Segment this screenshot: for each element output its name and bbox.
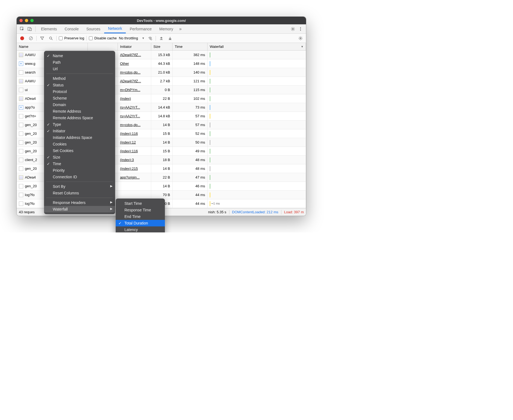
kebab-menu-icon[interactable] bbox=[297, 25, 304, 33]
menu-item[interactable]: Remote Address bbox=[44, 108, 115, 115]
file-type-icon bbox=[19, 70, 23, 75]
more-tabs-icon[interactable]: » bbox=[177, 27, 184, 31]
request-initiator[interactable]: rs=AA2YrT... bbox=[120, 114, 140, 118]
svg-rect-2 bbox=[30, 28, 31, 31]
window-close-button[interactable] bbox=[19, 19, 23, 22]
download-har-icon[interactable] bbox=[167, 35, 173, 42]
request-initiator[interactable]: (index):116 bbox=[120, 149, 138, 153]
menu-item[interactable]: ✓Time bbox=[44, 161, 115, 167]
request-name: ui bbox=[25, 88, 28, 92]
header-context-menu[interactable]: ✓NamePathUrlMethod✓StatusProtocolSchemeD… bbox=[44, 51, 115, 214]
disable-cache-checkbox[interactable]: Disable cache bbox=[89, 36, 117, 40]
file-type-icon: ≡ bbox=[19, 105, 23, 110]
window-maximize-button[interactable] bbox=[30, 19, 34, 22]
menu-item-label: Cookies bbox=[53, 142, 67, 146]
tab-memory[interactable]: Memory bbox=[156, 24, 177, 33]
column-header-name[interactable]: Name bbox=[17, 43, 88, 50]
menu-item[interactable]: Connection ID bbox=[44, 174, 115, 180]
menu-item[interactable]: Start Time bbox=[116, 200, 165, 207]
tab-network[interactable]: Network bbox=[104, 24, 126, 33]
menu-item[interactable]: ✓Initiator bbox=[44, 128, 115, 134]
menu-item[interactable]: Cookies bbox=[44, 141, 115, 147]
record-button[interactable] bbox=[19, 35, 25, 42]
menu-item[interactable]: Initiator Address Space bbox=[44, 134, 115, 141]
column-header-initiator[interactable]: Initiator bbox=[118, 43, 151, 50]
request-size: 0 B bbox=[151, 86, 173, 94]
menu-item-label: Scheme bbox=[53, 96, 67, 100]
request-size: 14 B bbox=[151, 138, 173, 147]
check-icon: ✓ bbox=[47, 155, 50, 159]
waterfall-cell bbox=[208, 103, 306, 112]
column-header-size[interactable]: Size bbox=[151, 43, 173, 50]
inspect-icon[interactable] bbox=[18, 25, 26, 33]
request-initiator[interactable]: m=DhPYm... bbox=[120, 88, 140, 92]
menu-item[interactable]: Domain bbox=[44, 101, 115, 108]
request-initiator[interactable]: app?origin... bbox=[120, 175, 140, 179]
menu-item[interactable]: Scheme bbox=[44, 95, 115, 101]
check-icon: ✓ bbox=[47, 122, 50, 127]
search-icon[interactable] bbox=[48, 35, 54, 42]
preserve-log-checkbox[interactable]: Preserve log bbox=[59, 36, 84, 40]
request-initiator[interactable]: m=cdos,dp... bbox=[120, 70, 141, 74]
menu-item[interactable]: Latency bbox=[116, 226, 165, 232]
request-initiator[interactable]: (index):116 bbox=[120, 132, 138, 136]
settings-gear-icon[interactable] bbox=[289, 25, 297, 33]
menu-item[interactable]: ✓Size bbox=[44, 154, 115, 161]
window-title: DevTools - www.google.com/ bbox=[17, 19, 306, 23]
menu-item[interactable]: Path bbox=[44, 59, 115, 66]
check-icon: ✓ bbox=[47, 129, 50, 133]
request-initiator[interactable]: (index):3 bbox=[120, 158, 134, 162]
tab-performance[interactable]: Performance bbox=[126, 24, 155, 33]
column-header-time[interactable]: Time bbox=[173, 43, 208, 50]
request-time: 49 ms bbox=[173, 147, 208, 155]
request-initiator[interactable]: ADea4I7IfZ... bbox=[120, 53, 141, 57]
request-initiator[interactable]: (index):215 bbox=[120, 167, 138, 171]
menu-item[interactable]: Waterfall▶ bbox=[44, 206, 115, 212]
tab-sources[interactable]: Sources bbox=[83, 24, 104, 33]
column-header-waterfall[interactable]: Waterfall ▼ bbox=[208, 43, 306, 50]
menu-item[interactable]: Method bbox=[44, 75, 115, 82]
upload-har-icon[interactable] bbox=[158, 35, 165, 42]
traffic-lights bbox=[19, 19, 34, 22]
svg-line-8 bbox=[30, 37, 32, 39]
tab-elements[interactable]: Elements bbox=[37, 24, 61, 33]
menu-item[interactable]: Protocol bbox=[44, 88, 115, 95]
network-conditions-icon[interactable] bbox=[147, 35, 153, 42]
request-initiator[interactable]: Other bbox=[120, 62, 129, 66]
clear-icon[interactable] bbox=[28, 35, 34, 42]
request-initiator[interactable]: m=cdos,dp... bbox=[120, 123, 141, 127]
request-initiator[interactable]: ADea4I7IfZ... bbox=[120, 79, 141, 83]
request-initiator[interactable]: (index):12 bbox=[120, 140, 136, 144]
menu-item[interactable]: Reset Columns bbox=[44, 190, 115, 196]
menu-item[interactable]: Url bbox=[44, 66, 115, 72]
menu-item[interactable]: Sort By▶ bbox=[44, 183, 115, 190]
throttling-dropdown[interactable]: No throttling ▼ bbox=[119, 36, 145, 40]
menu-item[interactable]: Remote Address Space bbox=[44, 115, 115, 121]
request-name: AAWU bbox=[25, 53, 36, 57]
menu-item[interactable]: ✓Total Duration bbox=[116, 220, 165, 226]
request-time: 121 ms bbox=[173, 77, 208, 85]
submenu-arrow-icon: ▶ bbox=[110, 200, 112, 204]
tab-console[interactable]: Console bbox=[61, 24, 82, 33]
file-type-icon bbox=[19, 97, 23, 101]
menu-item[interactable]: ✓Status bbox=[44, 82, 115, 88]
menu-item-label: Priority bbox=[53, 168, 65, 173]
request-size: 22 B bbox=[151, 173, 173, 182]
filter-icon[interactable] bbox=[39, 35, 45, 42]
menu-item[interactable]: End Time bbox=[116, 213, 165, 220]
devtools-window: DevTools - www.google.com/ Elements Cons… bbox=[16, 16, 306, 216]
menu-item[interactable]: Priority bbox=[44, 167, 115, 174]
menu-item[interactable]: Response Headers▶ bbox=[44, 199, 115, 206]
request-initiator[interactable]: (index) bbox=[120, 97, 131, 101]
menu-item[interactable]: Response Time bbox=[116, 207, 165, 213]
menu-item[interactable]: ✓Name bbox=[44, 52, 115, 59]
menu-item[interactable]: Set Cookies bbox=[44, 147, 115, 154]
request-initiator[interactable]: rs=AA2YrT... bbox=[120, 105, 140, 109]
menu-item[interactable]: ✓Type bbox=[44, 121, 115, 128]
device-toggle-icon[interactable] bbox=[26, 25, 34, 33]
menu-item-label: Initiator bbox=[53, 129, 65, 133]
menu-item-label: Remote Address Space bbox=[53, 116, 93, 120]
network-settings-gear-icon[interactable] bbox=[297, 35, 304, 42]
waterfall-submenu[interactable]: Start TimeResponse TimeEnd Time✓Total Du… bbox=[116, 199, 165, 232]
window-minimize-button[interactable] bbox=[25, 19, 28, 22]
